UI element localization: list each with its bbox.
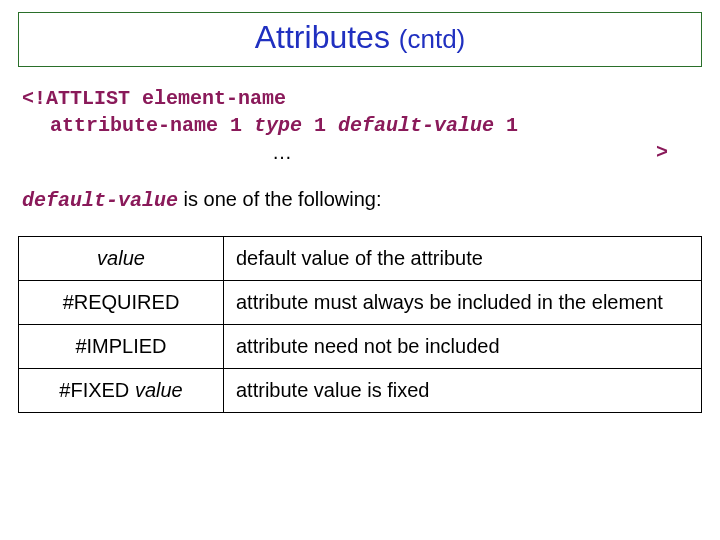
option-desc: attribute value is fixed (224, 369, 702, 413)
option-key: #FIXED value (19, 369, 224, 413)
table-row: #REQUIRED attribute must always be inclu… (19, 281, 702, 325)
option-key: #REQUIRED (19, 281, 224, 325)
key-italic: value (135, 379, 183, 401)
description-text: is one of the following: (178, 188, 381, 210)
code-type: type (254, 114, 302, 137)
attlist-syntax: <!ATTLIST element-name attribute-name 1 … (22, 85, 698, 166)
key-prefix: #FIXED (59, 379, 135, 401)
option-desc: attribute need not be included (224, 325, 702, 369)
table-row: value default value of the attribute (19, 237, 702, 281)
option-key: value (19, 237, 224, 281)
option-key: #IMPLIED (19, 325, 224, 369)
code-text: 1 (494, 114, 518, 137)
code-default-value: default-value (338, 114, 494, 137)
code-line-2: attribute-name 1 type 1 default-value 1 (22, 112, 698, 139)
code-line-1: <!ATTLIST element-name (22, 85, 698, 112)
slide: Attributes (cntd) <!ATTLIST element-name… (0, 0, 720, 540)
key-prefix: #REQUIRED (63, 291, 180, 313)
close-angle: > (656, 139, 668, 166)
key-italic: value (97, 247, 145, 269)
option-desc: default value of the attribute (224, 237, 702, 281)
code-text: 1 (302, 114, 338, 137)
ellipsis: … (272, 139, 292, 166)
option-desc: attribute must always be included in the… (224, 281, 702, 325)
options-table: value default value of the attribute #RE… (18, 236, 702, 413)
table-row: #IMPLIED attribute need not be included (19, 325, 702, 369)
title-main: Attributes (255, 19, 399, 55)
title-box: Attributes (cntd) (18, 12, 702, 67)
key-prefix: #IMPLIED (75, 335, 166, 357)
title-paren: (cntd) (399, 24, 465, 54)
table-row: #FIXED value attribute value is fixed (19, 369, 702, 413)
code-line-3: … > (22, 139, 698, 166)
default-value-term: default-value (22, 189, 178, 212)
code-text: attribute-name 1 (50, 114, 254, 137)
description-line: default-value is one of the following: (22, 188, 698, 212)
